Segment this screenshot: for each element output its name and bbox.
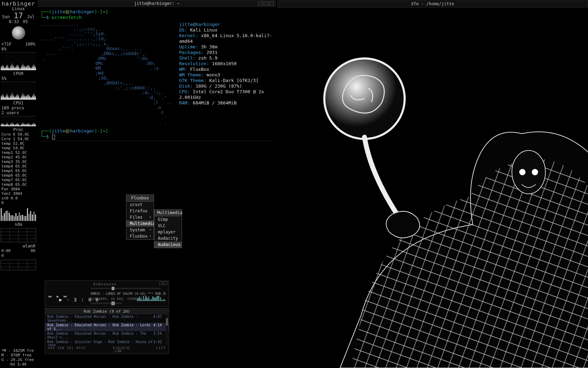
playlist-scrollbar[interactable]	[166, 315, 168, 345]
moon-icon	[12, 26, 25, 40]
submenu-title: Multimedia	[154, 210, 182, 216]
close-button[interactable]	[269, 1, 274, 6]
seek-knob[interactable]	[112, 287, 114, 290]
sensor-row: temp 52.0C	[1, 141, 35, 146]
menu-title: Fluxbox	[126, 195, 154, 202]
info-shell: zsh 5.9	[198, 55, 217, 61]
playlist-row[interactable]: Rob Zombie - Sinister Urge - Rob Zombie …	[45, 340, 169, 346]
cpu0-graph	[1, 52, 36, 70]
user-count: 2 users	[0, 110, 37, 115]
cpu1-label: CPU1	[0, 101, 37, 105]
minimize-button[interactable]	[258, 1, 263, 6]
sensor-row: temp4 65.0C	[1, 164, 35, 169]
submenu-item-audacious[interactable]: Audacious	[154, 241, 182, 248]
submenu-item-gimp[interactable]: Gimp	[154, 216, 182, 223]
net-down: 0:00	[1, 248, 11, 253]
battery-pct: 100%	[25, 42, 35, 47]
pl-foot-right[interactable]: LIST	[156, 347, 166, 353]
submenu-item-vlc[interactable]: VLC	[154, 223, 182, 229]
tz: 05	[23, 19, 28, 24]
xfe-body	[277, 8, 588, 368]
playlist-row[interactable]: Rob Zombie - Educated Horses - Rob Zombi…	[45, 323, 169, 331]
xfe-title: Xfe - /home/jitte	[411, 1, 454, 6]
track-title: Rob Zombie - Sinister Urge - Rob Zombie …	[47, 340, 153, 346]
svg-point-3	[519, 169, 526, 175]
submenu-item-audacity[interactable]: Audacity	[154, 235, 182, 241]
menu-item-firefox[interactable]: Firefox	[126, 208, 154, 214]
visualizer	[137, 295, 165, 301]
player-close-button[interactable]	[164, 281, 167, 285]
playlist-rows[interactable]: Rob Zombie - Educated Horses - Rob Zombi…	[45, 314, 169, 346]
cpu1-pct: 5%	[0, 76, 37, 81]
prompt-host: harbinger	[70, 9, 94, 14]
track-title: Rob Zombie - Educated Horses - Rob Zombi…	[47, 332, 153, 339]
wallpaper-art	[277, 8, 588, 368]
sensor-row: temp 54.0C	[1, 146, 35, 150]
weather-row: +71F 100%	[0, 42, 37, 47]
fluxbox-menu[interactable]: Fluxbox urxvtFirefoxFilesMultimediaSyste…	[126, 195, 154, 240]
time: 8:32	[9, 19, 19, 24]
prompt-user: jitte	[51, 9, 65, 14]
playlist-row[interactable]: Rob Zombie - Educated Horses - Rob Zombi…	[45, 314, 169, 323]
pl-foot-left[interactable]: ADD SUB SEL MISC	[48, 347, 86, 353]
info-cpu: Intel Core2 Duo T7300 @ 2x 2.001GHz	[179, 89, 264, 100]
track-duration: 3:43	[153, 340, 162, 346]
conky-sidebar: harbinger Linux Sun 17 Jul 8:32 05 +71F …	[0, 0, 37, 368]
playlist-footer: ADD SUB SEL MISC 4:14/23:52-3:08 LIST	[45, 346, 169, 354]
ascii-logo: .............. ..,;:ccc,. ......''';lxO.…	[41, 22, 172, 125]
pl-foot-remain: -3:08	[113, 350, 121, 353]
fluxbox-submenu[interactable]: Multimedia GimpVLCmplayerAudacityAudacio…	[154, 209, 182, 248]
info-ram: 684MiB / 3864MiB	[193, 100, 237, 105]
menu-item-system[interactable]: System	[126, 227, 154, 233]
prompt-line-2: ┌──(jitte㉿harbinger)-[~]	[41, 128, 273, 134]
cpu0-pct: 6%	[0, 47, 37, 52]
menu-item-multimedia[interactable]: Multimedia	[126, 220, 154, 227]
volume-knob[interactable]	[111, 301, 115, 305]
menu-item-urxvt[interactable]: urxvt	[126, 202, 154, 208]
sensor-row: temp1 52.0C	[1, 150, 35, 155]
sensor-row: Fan 3084	[1, 187, 35, 191]
sensor-row: temp2 45.0C	[1, 155, 35, 159]
disk-label: sda	[0, 222, 37, 227]
submenu-item-mplayer[interactable]: mplayer	[154, 229, 182, 235]
net-label: wlan0	[0, 244, 37, 248]
audio-player[interactable]: OoOoooooo ⏮ ▶ ⏭ OMBIE - LORDS OF SALEM (…	[45, 280, 169, 354]
terminal-content[interactable]: ┌──(jitte㉿harbinger)-[~] └─$ screenfetch…	[38, 7, 276, 145]
net-grid	[1, 228, 36, 242]
prompt-ready[interactable]: └─$	[41, 134, 273, 139]
sensor-row: temp8 65.0C	[1, 182, 35, 187]
cpu0-label: CPU0	[0, 71, 37, 76]
date-day: 17	[12, 13, 24, 18]
prompt-user-2: jitte	[51, 128, 65, 134]
track-duration: 4:14	[153, 323, 162, 331]
playlist[interactable]: Rob Zombie (9 of 20) Rob Zombie - Educat…	[45, 308, 169, 354]
scrollbar-thumb[interactable]	[166, 318, 168, 326]
info-wm: FluxBox	[190, 67, 209, 72]
net-zero: 0	[0, 253, 37, 258]
maximize-button[interactable]	[264, 1, 268, 6]
terminal-window[interactable]: jitte@harbinger: ~ ┌──(jitte㉿harbinger)-…	[38, 0, 276, 145]
prompt-host-2: harbinger	[70, 128, 94, 134]
volume-slider[interactable]	[91, 302, 122, 304]
player-winbtns	[160, 281, 167, 285]
conky-footer: *M - 3425M fre M - 976M free G - 29.2G f…	[0, 348, 37, 367]
sensor-list: Core 0 50.0CCore 1 54.0Ctemp 52.0Ctemp 5…	[0, 132, 37, 205]
menu-item-files[interactable]: Files	[126, 214, 154, 220]
info-res: 588x368	[212, 61, 237, 66]
terminal-title: jitte@harbinger: ~	[134, 1, 180, 6]
prev-button[interactable]: ⏮	[47, 293, 53, 299]
seek-slider[interactable]	[91, 288, 161, 289]
proc-count: 189 procs	[0, 105, 37, 110]
player-min-button[interactable]	[160, 281, 163, 285]
menu-item-fluxbox[interactable]: Fluxbox	[126, 233, 154, 239]
terminal-titlebar[interactable]: jitte@harbinger: ~	[38, 0, 276, 7]
mem2: M - 976M free	[1, 353, 35, 357]
xfe-titlebar[interactable]: Xfe - /home/jitte	[277, 0, 588, 8]
weather-temp: +71F	[1, 42, 12, 47]
track-duration: 3:54	[153, 332, 162, 339]
xfe-window[interactable]: Xfe - /home/jitte	[277, 0, 588, 368]
mem3: G - 29.2G free	[1, 357, 35, 362]
player-main[interactable]: OoOoooooo ⏮ ▶ ⏭ OMBIE - LORDS OF SALEM (…	[45, 280, 169, 307]
cmd-line: └─$ screenfetch	[41, 15, 273, 20]
playlist-row[interactable]: Rob Zombie - Educated Horses - Rob Zombi…	[45, 331, 169, 340]
